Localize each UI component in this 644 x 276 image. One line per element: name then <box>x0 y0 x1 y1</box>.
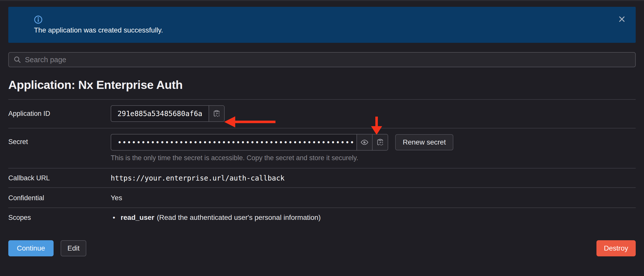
edit-button[interactable]: Edit <box>61 240 86 256</box>
application-id-label: Application ID <box>8 110 111 118</box>
scope-name: read_user <box>121 214 154 221</box>
scope-item: read_user(Read the authenticated user's … <box>111 214 636 222</box>
copy-to-clipboard-icon <box>376 138 384 147</box>
reveal-secret-eye-icon[interactable] <box>356 134 372 150</box>
page-title: Application: Nx Enterprise Auth <box>8 78 636 92</box>
row-confidential: Confidential Yes <box>8 187 636 208</box>
destroy-button[interactable]: Destroy <box>596 240 636 256</box>
confidential-value: Yes <box>111 194 636 202</box>
success-alert-banner: The application was created successfully… <box>8 7 636 43</box>
search-bar <box>8 52 636 67</box>
row-callback-url: Callback URL https://your.enterprise.url… <box>8 168 636 187</box>
copy-secret-icon[interactable] <box>372 134 388 150</box>
row-secret: Secret •••••••••••••••••••••••••••••••••… <box>8 128 636 168</box>
callback-url-value: https://your.enterprise.url/auth-callbac… <box>111 174 636 182</box>
secret-label: Secret <box>8 134 111 162</box>
secret-helper-text: This is the only time the secret is acce… <box>111 154 636 162</box>
copy-application-id-icon[interactable] <box>209 106 224 121</box>
application-id-value[interactable]: 291e885a53485680af6a <box>111 106 209 121</box>
application-id-field-group: 291e885a53485680af6a <box>111 105 225 122</box>
information-icon <box>34 15 43 24</box>
action-bar: Continue Edit Destroy <box>8 240 636 256</box>
secret-field-group: ••••••••••••••••••••••••••••••••••••••••… <box>111 134 388 151</box>
alert-message: The application was created successfully… <box>34 26 613 34</box>
confidential-label: Confidential <box>8 194 111 202</box>
continue-button[interactable]: Continue <box>8 240 54 256</box>
application-page: The application was created successfully… <box>0 7 644 276</box>
secret-masked-value[interactable]: ••••••••••••••••••••••••••••••••••••••••… <box>111 134 356 150</box>
scope-description: (Read the authenticated user's personal … <box>157 214 320 221</box>
copy-to-clipboard-icon <box>212 109 221 118</box>
scopes-label: Scopes <box>8 214 111 222</box>
application-details: Application ID 291e885a53485680af6a <box>8 99 636 228</box>
eye-icon <box>360 138 369 147</box>
search-input[interactable] <box>25 56 631 64</box>
row-application-id: Application ID 291e885a53485680af6a <box>8 99 636 128</box>
search-icon <box>13 56 21 64</box>
row-scopes: Scopes read_user(Read the authenticated … <box>8 208 636 228</box>
callback-url-label: Callback URL <box>8 174 111 182</box>
scopes-list: read_user(Read the authenticated user's … <box>111 214 636 222</box>
close-icon[interactable] <box>617 14 627 24</box>
renew-secret-button[interactable]: Renew secret <box>395 134 453 150</box>
